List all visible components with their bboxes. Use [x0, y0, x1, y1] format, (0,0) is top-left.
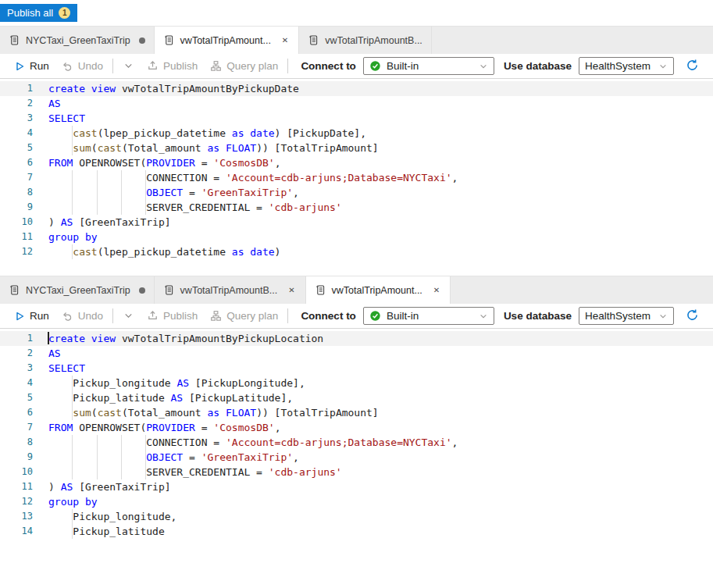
- line-number: 14: [0, 524, 33, 539]
- line-number: 1: [0, 331, 33, 346]
- code-line: 9 SERVER_CREDENTIAL = 'cdb-arjuns': [0, 200, 713, 215]
- line-number: 11: [0, 230, 33, 244]
- publish-button[interactable]: Publish: [141, 304, 204, 328]
- connection-dropdown[interactable]: Built-in: [363, 57, 494, 75]
- run-options-button[interactable]: [116, 304, 141, 328]
- publish-all-button[interactable]: Publish all 1: [0, 4, 77, 22]
- script-icon: [9, 34, 20, 46]
- line-content: create view vwTotalTripAmountByPickupLoc…: [48, 331, 713, 346]
- refresh-icon: [686, 59, 699, 72]
- code-line: 14 Pickup_latitude: [0, 524, 713, 539]
- line-number: 12: [0, 494, 33, 509]
- run-label: Run: [30, 60, 49, 72]
- line-number: 6: [0, 155, 33, 170]
- undo-label: Undo: [78, 60, 103, 72]
- undo-label: Undo: [78, 310, 103, 322]
- query-plan-label: Query plan: [226, 310, 278, 322]
- publish-button[interactable]: Publish: [141, 54, 204, 78]
- database-value: HealthSystem: [585, 60, 653, 72]
- indent-guide: [72, 141, 73, 155]
- query-plan-icon: [210, 60, 222, 72]
- indent-guide: [121, 465, 122, 479]
- sql-editor[interactable]: 1create view vwTotalTripAmountByPickupDa…: [0, 79, 713, 276]
- line-content: SERVER_CREDENTIAL = 'cdb-arjuns': [48, 465, 713, 479]
- line-content: SERVER_CREDENTIAL = 'cdb-arjuns': [48, 200, 713, 215]
- run-button[interactable]: Run: [8, 304, 55, 328]
- refresh-icon: [686, 308, 699, 322]
- code-line: 1create view vwTotalTripAmountByPickupDa…: [0, 81, 713, 96]
- indent-guide: [97, 200, 98, 215]
- line-number: 2: [0, 346, 33, 361]
- toolbar-separator: [287, 308, 288, 323]
- tab-label: vwTotalTripAmountB...: [180, 285, 278, 296]
- code-line: 8 OBJECT = 'GreenTaxiTrip',: [0, 185, 713, 200]
- tab-bar: NYCTaxi_GreenTaxiTripvwTotalTripAmount..…: [0, 26, 713, 54]
- run-options-button[interactable]: [116, 54, 141, 78]
- tab-vwtotaltripamountb[interactable]: vwTotalTripAmountB...: [299, 27, 432, 54]
- line-content: Pickup_latitude AS [PickupLatitude],: [48, 390, 713, 405]
- line-content: ) AS [GreenTaxiTrip]: [48, 215, 713, 230]
- publish-icon: [147, 60, 159, 72]
- query-plan-button[interactable]: Query plan: [204, 304, 284, 328]
- line-content: AS: [48, 96, 713, 111]
- dirty-indicator: [139, 37, 145, 44]
- code-line: 3SELECT: [0, 361, 713, 376]
- publish-all-label: Publish all: [7, 7, 53, 19]
- refresh-button[interactable]: [684, 57, 701, 76]
- query-plan-button[interactable]: Query plan: [204, 54, 284, 78]
- close-icon[interactable]: ✕: [280, 35, 290, 45]
- tab-label: vwTotalTripAmount...: [180, 35, 271, 46]
- line-content: cast(lpep_pickup_datetime as date) [Pick…: [48, 126, 713, 141]
- line-content: group by: [48, 494, 713, 509]
- close-icon[interactable]: ✕: [432, 285, 441, 295]
- sql-editor[interactable]: 1create view vwTotalTripAmountByPickupLo…: [0, 329, 713, 563]
- line-content: Pickup_latitude: [48, 524, 713, 539]
- code-line: 4 Pickup_longitude AS [PickupLongitude],: [0, 376, 713, 390]
- script-icon: [315, 284, 326, 296]
- line-content: FROM OPENROWSET(PROVIDER = 'CosmosDB',: [48, 420, 713, 435]
- script-icon: [308, 34, 319, 46]
- line-content: ) AS [GreenTaxiTrip]: [48, 479, 713, 494]
- line-number: 6: [0, 405, 33, 420]
- indent-guide: [145, 170, 146, 185]
- tab-bar: NYCTaxi_GreenTaxiTripvwTotalTripAmountB.…: [0, 276, 713, 304]
- tab-vwtotaltripamountb[interactable]: vwTotalTripAmountB...✕: [155, 276, 306, 304]
- indent-guide: [72, 405, 73, 420]
- undo-button[interactable]: Undo: [55, 304, 109, 328]
- indent-guide: [121, 185, 122, 200]
- script-icon: [9, 284, 20, 296]
- line-number: 13: [0, 509, 33, 524]
- code-line: 12 cast(lpep_pickup_datetime as date): [0, 244, 713, 259]
- tab-nyctaxi-greentaxitrip[interactable]: NYCTaxi_GreenTaxiTrip: [0, 276, 155, 304]
- undo-button[interactable]: Undo: [55, 54, 109, 78]
- tab-label: NYCTaxi_GreenTaxiTrip: [26, 285, 130, 296]
- refresh-button[interactable]: [684, 307, 701, 326]
- line-content: cast(lpep_pickup_datetime as date): [48, 244, 713, 259]
- close-icon[interactable]: ✕: [287, 285, 296, 295]
- indent-guide: [72, 126, 73, 141]
- run-button[interactable]: Run: [8, 54, 55, 78]
- indent-guide: [72, 465, 73, 479]
- line-number: 7: [0, 170, 33, 185]
- tab-vwtotaltripamount[interactable]: vwTotalTripAmount...✕: [155, 27, 300, 54]
- code-line: 10 SERVER_CREDENTIAL = 'cdb-arjuns': [0, 465, 713, 479]
- line-number: 12: [0, 244, 33, 259]
- line-content: create view vwTotalTripAmountByPickupDat…: [48, 81, 713, 96]
- run-icon: [14, 311, 25, 322]
- connection-dropdown[interactable]: Built-in: [363, 307, 494, 325]
- indent-guide: [72, 390, 73, 405]
- database-dropdown[interactable]: HealthSystem: [579, 307, 674, 325]
- tab-vwtotaltripamount[interactable]: vwTotalTripAmount...✕: [306, 276, 451, 304]
- use-database-label: Use database: [504, 310, 572, 322]
- tab-nyctaxi-greentaxitrip[interactable]: NYCTaxi_GreenTaxiTrip: [0, 27, 155, 54]
- database-dropdown[interactable]: HealthSystem: [579, 57, 674, 75]
- publish-all-badge: 1: [59, 7, 70, 19]
- connect-to-label: Connect to: [301, 310, 356, 322]
- indent-guide: [72, 200, 73, 215]
- tab-label: vwTotalTripAmountB...: [325, 35, 422, 46]
- line-number: 1: [0, 81, 33, 96]
- indent-guide: [72, 450, 73, 465]
- indent-guide: [121, 200, 122, 215]
- code-line: 4 cast(lpep_pickup_datetime as date) [Pi…: [0, 126, 713, 141]
- line-number: 3: [0, 361, 33, 376]
